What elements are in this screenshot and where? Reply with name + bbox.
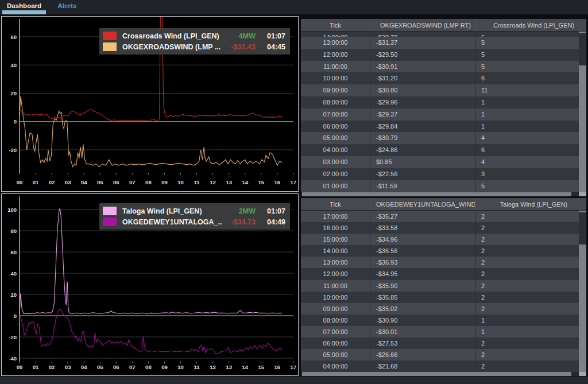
table-row[interactable]: 09:00:00-$30.8011 — [301, 84, 579, 96]
table-row[interactable]: 04:00:00-$24.866 — [301, 144, 579, 156]
value-cell: -$34.96 — [370, 234, 475, 245]
value-cell: -$30.80 — [370, 84, 475, 96]
table-row[interactable]: 13:00:00-$36.932 — [301, 257, 579, 268]
y-axis-tick-label: 40 — [10, 270, 17, 277]
table-row[interactable]: 13:00:00-$31.375 — [301, 37, 579, 49]
value-cell: -$35.90 — [370, 280, 475, 292]
value-cell: -$34.95 — [370, 268, 475, 280]
vertical-scrollbar-thumb[interactable] — [579, 212, 586, 245]
column-header[interactable]: Taloga Wind (LPI_GEN) — [475, 198, 586, 210]
legend-entry[interactable]: Taloga Wind (LPI_GEN)2MW01:07 — [103, 205, 285, 216]
x-axis-tick-label: 07 — [129, 179, 136, 185]
column-header[interactable]: Tick — [301, 19, 370, 31]
tick-cell: 12:00:00 — [301, 268, 370, 280]
x-axis-tick-label: 09 — [161, 364, 168, 370]
table-row[interactable]: 06:00:00-$29.841 — [301, 121, 579, 133]
table-row[interactable]: 08:00:00-$30.901 — [301, 315, 579, 326]
legend-entry[interactable]: OKGEXROADSWIND (LMP ...-$31.4304:45 — [103, 41, 285, 52]
legend-timestamp: 04:45 — [261, 43, 285, 51]
value-cell: -$35.27 — [370, 211, 475, 222]
column-header[interactable]: Tick — [301, 198, 370, 210]
table-row[interactable]: 17:00:00-$35.272 — [301, 211, 579, 222]
vertical-scrollbar[interactable] — [579, 211, 586, 372]
value-cell: -$31.20 — [370, 72, 475, 84]
chart-taloga-wind[interactable]: 100806040200-20-400001020304050607080910… — [1, 193, 299, 376]
value-cell: 2 — [475, 268, 579, 280]
column-header[interactable]: OKGEDEWEY1UNTALOGA_WIND (NOD... — [370, 198, 475, 210]
x-axis-tick-label: 14 — [242, 179, 248, 185]
table-row[interactable]: 14:00:00-$30.705 — [301, 32, 579, 37]
value-cell: 2 — [475, 349, 579, 360]
table-row[interactable]: 03:00:00$0.854 — [301, 156, 579, 168]
table-row[interactable]: 12:00:00-$29.505 — [301, 49, 579, 61]
table-header-row: TickOKGEXROADSWIND (LMP RT)Crossroads Wi… — [301, 19, 586, 32]
table-row[interactable]: 04:00:00-$21.682 — [301, 360, 579, 372]
table-row[interactable]: 16:00:00-$33.582 — [301, 222, 579, 234]
column-header[interactable]: Crossroads Wind (LPI_GEN) — [475, 19, 586, 31]
value-cell: 4 — [475, 132, 579, 144]
legend-entry[interactable]: Crossroads Wind (LPI_GEN)4MW01:07 — [103, 30, 285, 41]
chart-crossroads-wind[interactable]: 6040200-20000102030405060708091011121314… — [1, 16, 299, 192]
table-row[interactable]: 07:00:00-$30.011 — [301, 326, 579, 338]
legend-series-label: OKGEDEWEY1UNTALOGA_... — [122, 218, 222, 226]
legend-current-value: 4MW — [222, 32, 256, 40]
horizontal-scrollbar[interactable] — [301, 372, 579, 376]
vertical-scrollbar-thumb[interactable] — [579, 33, 586, 65]
x-axis-tick-label: 02 — [49, 179, 55, 185]
table-row[interactable]: 12:00:00-$34.952 — [301, 268, 579, 280]
value-cell: -$35.02 — [370, 303, 475, 315]
value-cell: 2 — [475, 303, 579, 315]
x-axis-tick-label: 12 — [210, 179, 216, 185]
table-row[interactable]: 11:00:00-$30.915 — [301, 61, 579, 73]
column-header[interactable]: OKGEXROADSWIND (LMP RT) — [370, 19, 475, 31]
table-row[interactable]: 15:00:00-$34.962 — [301, 234, 579, 245]
vertical-scrollbar[interactable] — [579, 32, 586, 192]
tick-cell: 11:00:00 — [301, 280, 370, 292]
value-cell: 2 — [475, 222, 579, 234]
value-cell: -$35.85 — [370, 292, 475, 303]
legend-current-value: 2MW — [222, 207, 256, 215]
x-axis-tick-label: 01 — [33, 179, 39, 185]
scrollbar-corner — [579, 192, 586, 196]
value-cell: $0.85 — [370, 156, 475, 168]
value-cell: -$30.90 — [370, 315, 475, 326]
table-row[interactable]: 09:00:00-$35.022 — [301, 303, 579, 315]
legend-swatch-icon — [103, 42, 117, 51]
x-axis-tick-label: 09 — [161, 179, 168, 185]
table-row[interactable]: 11:00:00-$35.902 — [301, 280, 579, 292]
table-row[interactable]: 01:00:00-$11.595 — [301, 180, 579, 192]
tick-cell: 14:00:00 — [301, 32, 370, 37]
value-cell: -$30.91 — [370, 61, 475, 73]
legend-current-value: -$31.43 — [222, 43, 256, 51]
table-row[interactable]: 06:00:00-$27.532 — [301, 338, 579, 349]
x-axis-tick-label: 07 — [129, 364, 136, 370]
horizontal-scrollbar[interactable] — [301, 192, 579, 196]
horizontal-scrollbar-thumb[interactable] — [302, 372, 571, 376]
table-row[interactable]: 05:00:00-$30.794 — [301, 132, 579, 144]
horizontal-scrollbar-thumb[interactable] — [302, 192, 571, 196]
x-axis-tick-label: 12 — [210, 364, 216, 370]
x-axis-tick-label: 17 — [291, 179, 297, 185]
table-row[interactable]: 05:00:00-$26.662 — [301, 349, 579, 360]
x-axis-tick-label: 04 — [81, 179, 87, 185]
active-tab-indicator — [2, 10, 46, 14]
table-row[interactable]: 02:00:00-$22.563 — [301, 168, 579, 180]
tab-dashboard[interactable]: Dashboard — [0, 0, 48, 14]
legend-entry[interactable]: OKGEDEWEY1UNTALOGA_...-$34.7304:49 — [103, 216, 285, 227]
legend-swatch-icon — [103, 32, 117, 40]
legend-current-value: -$34.73 — [222, 218, 256, 226]
table-row[interactable]: 14:00:00-$36.562 — [301, 245, 579, 257]
x-axis-tick-label: 10 — [177, 364, 184, 370]
tab-alerts[interactable]: Alerts — [51, 0, 84, 14]
value-cell: -$30.01 — [370, 326, 475, 338]
x-axis-tick-label: 13 — [226, 179, 232, 185]
table-row[interactable]: 07:00:00-$29.371 — [301, 108, 579, 121]
table-row[interactable]: 10:00:00-$35.852 — [301, 292, 579, 303]
table-row[interactable]: 08:00:00-$29.961 — [301, 96, 579, 108]
value-cell: -$27.53 — [370, 338, 475, 349]
charts-column: 6040200-20000102030405060708091011121314… — [1, 16, 299, 376]
value-cell: 2 — [475, 257, 579, 268]
value-cell: 2 — [475, 234, 579, 245]
table-row[interactable]: 10:00:00-$31.206 — [301, 72, 579, 84]
dashboard-content: 6040200-20000102030405060708091011121314… — [0, 14, 588, 384]
